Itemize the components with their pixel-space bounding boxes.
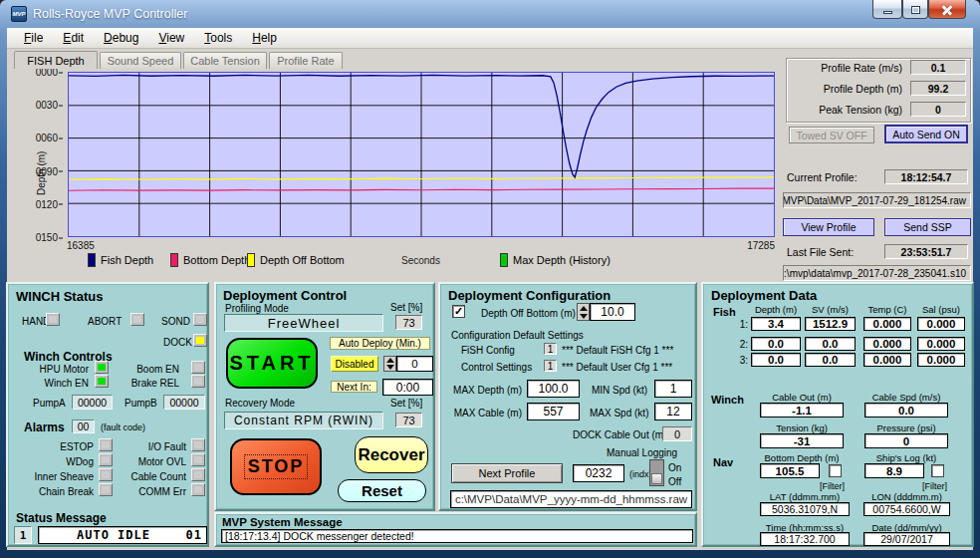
start-button[interactable]: START	[226, 338, 318, 389]
pressure-value: 0	[864, 433, 948, 448]
recovery-set-value: 73	[395, 413, 422, 427]
recovery-mode-label: Recovery Mode	[225, 398, 295, 409]
fish-header-sal: Sal (psu)	[917, 304, 965, 315]
tension-value: -31	[760, 433, 844, 448]
legend-fish-depth: Fish Depth	[88, 253, 153, 267]
spinner-up-icon[interactable]	[580, 306, 588, 311]
profiling-mode-label: Profiling Mode	[225, 303, 289, 314]
dock-cable-out-label: DOCK Cable Out (m)	[573, 429, 655, 440]
peak-tension-label: Peak Tension (kg)	[789, 104, 902, 116]
deployment-config-panel: Deployment Configuration Depth Off Botto…	[438, 282, 697, 511]
menu-help[interactable]: Help	[243, 29, 286, 47]
current-profile-time: 18:12:54.7	[884, 169, 968, 184]
towed-sv-button[interactable]: Towed SV OFF	[789, 127, 874, 143]
reset-button[interactable]: Reset	[338, 479, 426, 502]
menu-tools[interactable]: Tools	[195, 29, 241, 47]
profiling-set-label: Set [%]	[390, 302, 422, 313]
auto-deploy-disabled-button[interactable]: Disabled	[331, 356, 378, 372]
ships-log-filter-checkbox[interactable]	[931, 464, 944, 477]
spinner-down-icon[interactable]	[386, 365, 394, 370]
stop-button[interactable]: STOP	[230, 438, 322, 495]
fish-row3-label: 3:	[736, 355, 748, 366]
min-spd-value[interactable]: 1	[654, 380, 692, 398]
next-profile-button[interactable]: Next Profile	[451, 463, 563, 483]
depth-off-bottom-value[interactable]: 10.0	[590, 303, 635, 321]
system-message-panel: MVP System Message [18:17:13.4] DOCK mes…	[214, 512, 697, 547]
fish3-sal: 0.000	[917, 353, 965, 367]
bottom-depth-label: Bottom Depth (m)	[760, 452, 844, 463]
title-bar: MVP Rolls-Royce MVP Controller	[0, 0, 980, 28]
tab-fish-depth[interactable]: FISH Depth	[14, 51, 98, 69]
bottom-depth-filter-checkbox[interactable]	[829, 464, 842, 477]
next-in-value: 0:00	[382, 379, 433, 396]
winch-en-led	[95, 375, 109, 388]
auto-send-button[interactable]: Auto Send ON	[884, 125, 968, 143]
auto-deploy-value[interactable]: 0	[396, 356, 433, 372]
io-fault-led	[191, 438, 205, 451]
minimize-button[interactable]	[872, 0, 902, 19]
view-profile-button[interactable]: View Profile	[783, 218, 874, 236]
wdog-led	[99, 453, 113, 466]
send-ssp-button[interactable]: Send SSP	[884, 218, 971, 236]
brake-rel-led	[191, 375, 205, 388]
pump-b-label: PumpB	[124, 398, 157, 409]
fault-code-value: 00	[72, 419, 95, 433]
nav-section-label: Nav	[713, 456, 733, 468]
recovery-set-label: Set [%]	[390, 398, 422, 409]
menu-debug[interactable]: Debug	[95, 29, 147, 47]
max-depth-value[interactable]: 100.0	[527, 380, 580, 398]
spinner-up-icon[interactable]	[386, 358, 394, 363]
menu-view[interactable]: View	[149, 29, 193, 47]
next-in-label: Next In:	[331, 381, 377, 393]
fish-config-value: 1	[544, 343, 557, 355]
fish2-sv: 0.0	[805, 337, 856, 351]
chart-x-axis-label: Seconds	[401, 255, 440, 266]
max-depth-label: MAX Depth (m)	[440, 385, 522, 396]
estop-label: ESTOP	[14, 441, 94, 452]
next-profile-index: 0232	[573, 464, 624, 482]
time-value: 18:17:32.700	[760, 532, 850, 546]
dock-led	[193, 334, 207, 347]
system-message-box: [18:17:13.4] DOCK messenger detected!	[221, 529, 693, 543]
cable-count-led	[191, 468, 205, 481]
cable-out-value: -1.1	[760, 403, 844, 418]
recover-button[interactable]: Recover	[355, 436, 428, 473]
manual-logging-toggle[interactable]	[649, 459, 664, 486]
menu-edit[interactable]: Edit	[54, 29, 93, 47]
motor-ovl-led	[191, 453, 205, 466]
app-window: MVP Rolls-Royce MVP Controller File Edit…	[0, 0, 980, 558]
bottom-depth-value: 105.5	[760, 463, 820, 478]
deployment-control-title: Deployment Control	[223, 288, 347, 303]
auto-deploy-spinner[interactable]	[383, 356, 396, 372]
fish-config-text: *** Default FiSH Cfg 1 ***	[562, 345, 673, 356]
file-pattern-box: c:\MVP\Data\MVP_yyyy-mm-dd_hhmmss.raw	[450, 490, 692, 508]
toggle-knob[interactable]	[651, 473, 662, 484]
depth-off-bottom-checkbox[interactable]	[452, 305, 465, 318]
tab-sound-speed[interactable]: Sound Speed	[100, 52, 181, 69]
last-file-time: 23:53:51.7	[884, 244, 968, 259]
max-cable-value[interactable]: 557	[527, 403, 580, 420]
tab-profile-rate[interactable]: Profile Rate	[269, 52, 343, 69]
menu-file[interactable]: File	[15, 29, 52, 47]
lat-label: LAT (ddmm.mm)	[760, 491, 850, 502]
status-message-code: 01	[186, 528, 206, 542]
tab-cable-tension[interactable]: Cable Tension	[183, 52, 267, 69]
depth-off-bottom-swatch	[247, 253, 255, 267]
abort-led	[130, 313, 144, 326]
hpu-motor-led	[95, 361, 109, 374]
deployment-control-panel: Deployment Control Profiling Mode Set [%…	[214, 282, 435, 511]
app-icon-text: MVP	[12, 11, 25, 17]
spinner-down-icon[interactable]	[580, 314, 588, 319]
last-file-path: c:\mvp\data\mvp_2017-07-28_235041.s10	[783, 265, 971, 281]
winch-en-label: Winch EN	[28, 378, 89, 389]
max-spd-value[interactable]: 12	[654, 403, 692, 420]
fish2-temp: 0.000	[863, 337, 911, 351]
maximize-button[interactable]	[902, 0, 928, 19]
pump-b-value: 00000	[163, 395, 205, 410]
depth-off-bottom-spinner[interactable]	[577, 303, 590, 321]
status-message-text: AUTO IDLE	[39, 528, 150, 542]
close-button[interactable]	[928, 0, 966, 19]
profile-rate-label: Profile Rate (m/s)	[789, 62, 902, 74]
depth-chart-svg	[69, 73, 774, 236]
control-settings-label: Control Settings	[461, 362, 532, 373]
